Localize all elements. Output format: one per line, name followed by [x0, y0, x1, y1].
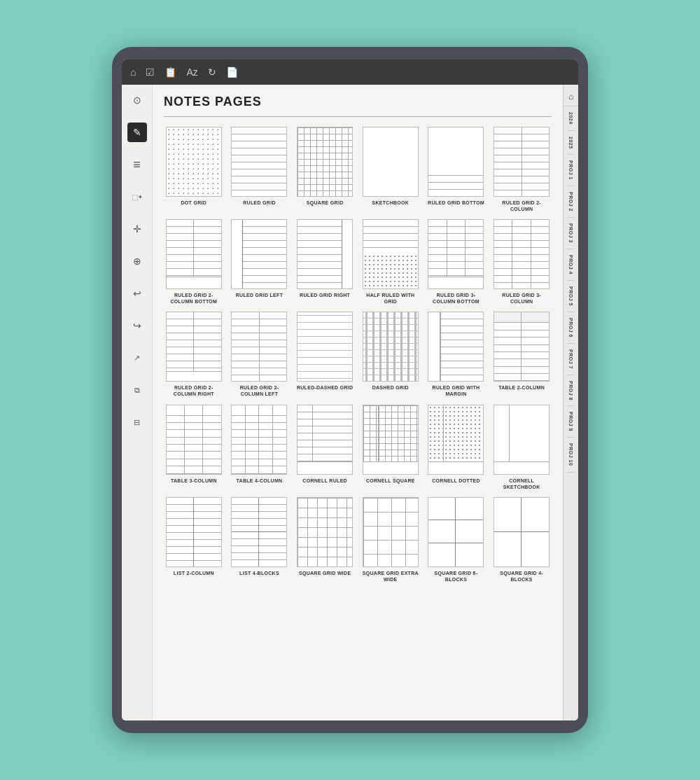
template-dot-grid[interactable]: DOT GRID [164, 127, 224, 212]
template-square-grid[interactable]: SQUARE GRID [295, 127, 355, 212]
main-area: ⊙ ✎ ≡ ⬚✦ ✛ ⊕ ↩ ↪ ↗ ⧉ ⊟ NOTES PAGES [122, 85, 578, 720]
template-3col[interactable]: RULED GRID 3-COLUMN [491, 219, 552, 305]
thumb-2col-left [231, 312, 287, 382]
thumb-table-3col [166, 405, 222, 475]
label-2col-bottom: RULED GRID 2-COLUMN BOTTOM [164, 292, 224, 305]
template-sq-6blocks[interactable]: SQUARE GRID 6-BLOCKS [426, 497, 486, 583]
template-table-4col[interactable]: TABLE 4-COLUMN [230, 405, 290, 490]
template-2col-left[interactable]: RULED GRID 2-COLUMN LEFT [230, 312, 290, 397]
tab-proj5[interactable]: PROJ 5 [567, 281, 575, 312]
label-3col-bottom: RULED GRID 3-COLUMN BOTTOM [426, 292, 486, 305]
template-3col-bottom[interactable]: RULED GRID 3-COLUMN BOTTOM [426, 219, 486, 305]
refresh-toolbar-icon[interactable]: ↻ [208, 67, 216, 78]
move-icon[interactable]: ✛ [127, 219, 147, 239]
label-sq-6blocks: SQUARE GRID 6-BLOCKS [426, 570, 486, 583]
template-ruled-bottom[interactable]: RULED GRID BOTTOM [426, 127, 486, 212]
notebook-icon[interactable]: ⊟ [127, 412, 147, 432]
label-ruled-bottom: RULED GRID BOTTOM [428, 200, 484, 206]
tab-proj1[interactable]: PROJ 1 [567, 155, 575, 186]
right-home-icon[interactable]: ⌂ [564, 88, 578, 106]
thumb-cornell-sketch [493, 405, 550, 475]
tab-proj9[interactable]: PROJ 9 [567, 406, 575, 438]
layers-icon[interactable]: ⧉ [127, 380, 147, 400]
undo-icon[interactable]: ↩ [127, 284, 147, 303]
thumb-table-4col [231, 405, 287, 475]
thumb-table-2col [493, 312, 550, 382]
thumb-cornell-dotted [428, 405, 484, 475]
zoom-icon[interactable]: ⊕ [127, 251, 147, 271]
label-ruled-left: RULED GRID LEFT [236, 292, 284, 298]
title-divider [164, 116, 552, 117]
label-ruled-2col: RULED GRID 2-COLUMN [491, 200, 552, 212]
thumb-3col-bottom [428, 219, 484, 289]
template-ruled-right[interactable]: RULED GRID RIGHT [295, 219, 355, 305]
label-list-2col: LIST 2-COLUMN [174, 570, 214, 576]
redo-icon[interactable]: ↪ [127, 316, 147, 335]
template-sketchbook[interactable]: SKETCHBOOK [360, 127, 421, 212]
label-list-4blocks: LIST 4-BLOCKS [239, 570, 279, 576]
template-ruled-2col[interactable]: RULED GRID 2-COLUMN [491, 127, 552, 212]
home-toolbar-icon[interactable]: ⌂ [130, 67, 136, 78]
label-table-4col: TABLE 4-COLUMN [237, 478, 283, 484]
label-sq-4blocks: SQUARE GRID 4-BLOCKS [491, 570, 552, 583]
template-cornell-ruled[interactable]: CORNELL RULED [295, 405, 355, 490]
label-dot-grid: DOT GRID [181, 200, 207, 206]
template-sq-wide[interactable]: SQUARE GRID WIDE [295, 497, 355, 583]
template-table-2col[interactable]: TABLE 2-COLUMN [491, 312, 552, 397]
thumb-list-4blocks [231, 497, 287, 567]
thumb-ruled-bottom [428, 127, 484, 197]
template-cornell-square[interactable]: CORNELL SQUARE [360, 405, 421, 490]
export-icon[interactable]: ↗ [127, 348, 147, 368]
left-sidebar: ⊙ ✎ ≡ ⬚✦ ✛ ⊕ ↩ ↪ ↗ ⧉ ⊟ [122, 85, 153, 720]
tab-proj2[interactable]: PROJ 2 [567, 186, 575, 218]
template-dashed-grid[interactable]: DASHED GRID [360, 312, 421, 397]
thumb-ruled-2col [493, 127, 550, 197]
pen-icon[interactable]: ✎ [127, 123, 147, 142]
thumb-square-grid [297, 127, 353, 197]
template-ruled-grid[interactable]: RULED GRID [230, 127, 290, 212]
thumb-cornell-square [363, 405, 419, 475]
template-cornell-sketch[interactable]: CORNELL SKETCHBOOK [491, 405, 552, 490]
template-list-2col[interactable]: LIST 2-COLUMN [164, 497, 224, 583]
eraser-icon[interactable]: ⬚✦ [127, 187, 147, 207]
checkbox-toolbar-icon[interactable]: ☑ [146, 67, 155, 78]
template-half-ruled[interactable]: HALF RULED WITH GRID [360, 219, 421, 305]
tab-proj7[interactable]: PROJ 7 [567, 344, 575, 375]
thumb-ruled-margin [428, 312, 484, 382]
tab-proj3[interactable]: PROJ 3 [567, 218, 575, 249]
thumb-half-ruled [363, 219, 419, 289]
label-ruled-right: RULED GRID RIGHT [300, 292, 350, 298]
template-2col-bottom[interactable]: RULED GRID 2-COLUMN BOTTOM [164, 219, 224, 305]
tab-proj8[interactable]: PROJ 8 [567, 375, 575, 407]
clipboard-toolbar-icon[interactable]: 📋 [164, 67, 176, 78]
template-sq-4blocks[interactable]: SQUARE GRID 4-BLOCKS [491, 497, 552, 583]
thumb-ruled-right [297, 219, 353, 289]
label-sq-xwide: SQUARE GRID EXTRA WIDE [360, 570, 421, 583]
thumb-cornell-ruled [297, 405, 353, 475]
label-table-2col: TABLE 2-COLUMN [498, 384, 545, 391]
tab-proj6[interactable]: PROJ 6 [567, 312, 575, 344]
menu-icon[interactable]: ≡ [127, 155, 147, 174]
template-ruled-left[interactable]: RULED GRID LEFT [230, 219, 290, 305]
thumb-ruled-left [231, 219, 287, 289]
right-sidebar: ⌂ 2024 2025 PROJ 1 PROJ 2 PROJ 3 PROJ 4 … [563, 85, 578, 720]
template-ruled-margin[interactable]: RULED GRID WITH MARGIN [426, 312, 486, 397]
tab-2025[interactable]: 2025 [567, 131, 575, 155]
device: ⌂ ☑ 📋 Az ↻ 📄 ⊙ ✎ ≡ ⬚✦ ✛ ⊕ ↩ ↪ ↗ ⧉ ⊟ [112, 47, 588, 733]
screen: ⌂ ☑ 📋 Az ↻ 📄 ⊙ ✎ ≡ ⬚✦ ✛ ⊕ ↩ ↪ ↗ ⧉ ⊟ [122, 60, 578, 720]
tab-proj10[interactable]: PROJ 10 [567, 438, 575, 472]
template-list-4blocks[interactable]: LIST 4-BLOCKS [230, 497, 290, 583]
thumb-2col-bottom [166, 219, 222, 289]
template-table-3col[interactable]: TABLE 3-COLUMN [164, 405, 224, 490]
template-cornell-dotted[interactable]: CORNELL DOTTED [426, 405, 486, 490]
file-toolbar-icon[interactable]: 📄 [226, 67, 238, 78]
tab-proj4[interactable]: PROJ 4 [567, 249, 575, 281]
template-sq-xwide[interactable]: SQUARE GRID EXTRA WIDE [360, 497, 421, 583]
thumb-sq-xwide [363, 497, 419, 567]
template-ruled-dashed[interactable]: RULED-DASHED GRID [295, 312, 355, 397]
tab-2024[interactable]: 2024 [567, 106, 575, 131]
text-toolbar-icon[interactable]: Az [186, 67, 197, 78]
template-2col-right[interactable]: RULED GRID 2-COLUMN RIGHT [164, 312, 224, 397]
label-cornell-square: CORNELL SQUARE [366, 478, 415, 484]
timer-icon[interactable]: ⊙ [127, 90, 147, 110]
